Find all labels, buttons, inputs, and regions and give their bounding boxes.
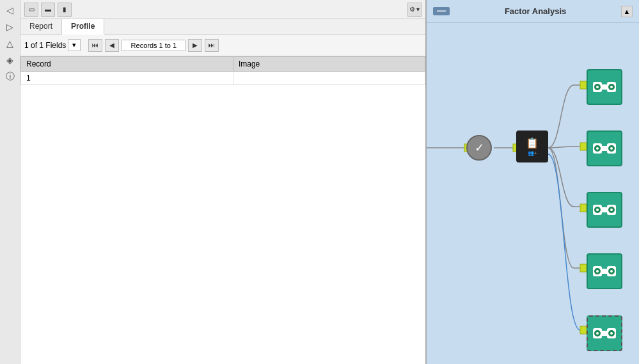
svg-point-15 xyxy=(610,86,613,88)
svg-rect-18 xyxy=(602,146,607,151)
panel-close-btn[interactable]: ▲ xyxy=(621,6,633,17)
fields-text: 1 of 1 Fields xyxy=(24,41,66,50)
panel-badge: ══ xyxy=(433,7,450,15)
table-row: 1 xyxy=(21,72,425,85)
bino-node-1[interactable] xyxy=(587,69,622,105)
view-btn-2[interactable]: ▬ xyxy=(41,3,55,17)
first-record-btn[interactable]: ⏮ xyxy=(88,39,102,52)
record-cell: 1 xyxy=(21,72,233,85)
table-area: Record Image 1 xyxy=(20,56,425,364)
svg-rect-7 xyxy=(580,264,587,272)
tab-bar: Report Profile xyxy=(20,19,425,35)
fields-dropdown[interactable]: ▾ xyxy=(68,39,81,51)
svg-rect-4 xyxy=(580,81,587,89)
tab-profile[interactable]: Profile xyxy=(62,19,104,35)
prev-record-btn[interactable]: ◀ xyxy=(105,39,119,52)
bino-node-5-selected[interactable] xyxy=(587,315,622,351)
svg-point-42 xyxy=(596,332,599,335)
next-record-btn[interactable]: ▶ xyxy=(188,39,202,52)
svg-rect-32 xyxy=(602,269,607,274)
data-table: Record Image 1 xyxy=(20,56,425,85)
bino-node-3[interactable] xyxy=(587,192,622,228)
up-icon[interactable]: △ xyxy=(3,36,18,51)
records-range-label: Records 1 to 1 xyxy=(122,40,185,51)
forward-icon[interactable]: ▷ xyxy=(3,19,18,35)
svg-point-35 xyxy=(596,270,599,273)
toolbar-settings: ⚙ ▾ xyxy=(407,3,422,17)
svg-rect-6 xyxy=(580,204,587,212)
image-cell xyxy=(233,72,425,85)
svg-rect-39 xyxy=(602,331,607,336)
tab-report[interactable]: Report xyxy=(20,19,62,34)
svg-point-14 xyxy=(596,86,599,88)
bino-node-2[interactable] xyxy=(587,131,622,166)
left-panel: ▭ ▬ ▮ ⚙ ▾ Report Profile 1 of 1 Fields ▾… xyxy=(20,0,427,364)
col-image: Image xyxy=(233,57,425,72)
sidebar: ◁ ▷ △ ◈ ⓘ xyxy=(0,0,20,364)
svg-point-22 xyxy=(610,147,613,150)
view-btn-1[interactable]: ▭ xyxy=(24,3,38,17)
check-node[interactable]: ✓ xyxy=(466,135,492,161)
fields-selector: 1 of 1 Fields ▾ xyxy=(24,39,81,51)
svg-rect-8 xyxy=(580,326,587,334)
col-record: Record xyxy=(21,57,233,72)
panel-header: ══ Factor Analysis ▲ xyxy=(427,0,639,23)
settings-btn[interactable]: ⚙ ▾ xyxy=(407,3,422,17)
nav-bar: 1 of 1 Fields ▾ ⏮ ◀ Records 1 to 1 ▶ ⏭ xyxy=(20,35,425,56)
svg-rect-11 xyxy=(602,84,607,90)
back-icon[interactable]: ◁ xyxy=(3,3,18,18)
svg-rect-5 xyxy=(580,143,587,150)
panel-title: Factor Analysis xyxy=(450,6,621,16)
bino-node-4[interactable] xyxy=(587,253,622,289)
last-record-btn[interactable]: ⏭ xyxy=(205,39,219,52)
info-icon[interactable]: ⓘ xyxy=(3,69,18,84)
svg-point-29 xyxy=(610,209,613,211)
report-node[interactable]: 📋 👥+ xyxy=(516,131,548,162)
tag-icon[interactable]: ◈ xyxy=(3,52,18,68)
view-btn-3[interactable]: ▮ xyxy=(58,3,72,17)
svg-point-36 xyxy=(610,270,613,273)
toolbar-top: ▭ ▬ ▮ ⚙ ▾ xyxy=(20,0,425,19)
svg-point-21 xyxy=(596,147,599,150)
right-panel: ══ Factor Analysis ▲ xyxy=(427,0,639,364)
svg-point-28 xyxy=(596,209,599,211)
svg-rect-25 xyxy=(602,207,607,212)
workflow-canvas: ✓ 📋 👥+ xyxy=(427,23,639,364)
svg-point-43 xyxy=(610,332,613,335)
